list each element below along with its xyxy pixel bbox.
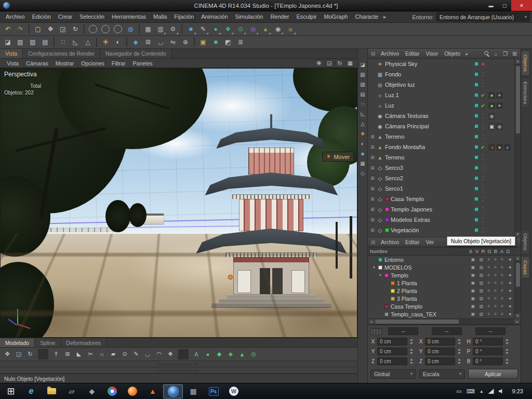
start-button[interactable]: ⊞ (1, 384, 21, 398)
viewport-menu-item[interactable]: Vista (3, 60, 22, 66)
object-name[interactable]: Serco1 (385, 185, 403, 192)
visibility-toggle[interactable]: ⁚ (480, 155, 486, 161)
object-row[interactable]: ⊞ ◇ Serco1 ⁚ (368, 183, 514, 194)
scroll-down-icon[interactable]: ▼ (515, 313, 521, 318)
layer-chip[interactable] (474, 83, 478, 87)
chrome-icon[interactable] (102, 384, 122, 398)
layer-name[interactable]: MODELOS (384, 264, 412, 271)
pan-view-icon[interactable]: ✥ (315, 60, 323, 67)
brush-icon[interactable]: ✎ (131, 349, 141, 360)
layer-chip[interactable] (474, 207, 478, 211)
mirror-icon[interactable]: ⇋ (167, 36, 179, 48)
photoshop-icon[interactable]: Ps (204, 384, 223, 398)
add-camera-icon[interactable]: ◉ (272, 23, 284, 35)
workplane-snap-icon[interactable]: ▦ (358, 159, 367, 167)
layer-toggles[interactable]: ▣ ▥ ≡ ≡ ≡ ◄ (471, 281, 514, 285)
menu-item[interactable]: Esculpir (292, 11, 320, 22)
stepper[interactable] (504, 357, 509, 365)
stepper[interactable] (457, 338, 461, 345)
axis-center-icon[interactable]: ⊕ (180, 36, 191, 48)
keyboard-icon[interactable]: ⌨ (467, 388, 475, 395)
object-manager-menu-item[interactable]: Objeto (441, 50, 463, 57)
object-row[interactable]: ⊞ ◇ Serco2 ⁚ (368, 173, 514, 183)
edges-mode-icon[interactable]: ◺ (70, 36, 81, 48)
redo-icon[interactable]: ↷ (15, 23, 26, 35)
scroll-up-icon[interactable]: ▲ (515, 256, 521, 261)
expand-toggle[interactable]: ⊞ (370, 228, 375, 233)
visibility-toggle[interactable]: ⁚ (480, 217, 486, 223)
content-browser-icon[interactable]: ▣ (197, 36, 209, 48)
object-row[interactable]: ⊞ ◇ Vegetación ⁚ (368, 225, 514, 235)
layer-name[interactable]: 1 Planta (397, 280, 417, 286)
object-name[interactable]: Terreno (385, 134, 404, 140)
magnet-tool-icon[interactable]: ◡ (142, 349, 153, 360)
layer-color-chip[interactable] (384, 304, 389, 309)
position-field[interactable]: 0 cm (377, 338, 407, 345)
layer-row[interactable]: Templo_casa_TEX ▣ ▥ ≡ ≡ ≡ ◄ (368, 310, 514, 318)
scroll-left-icon[interactable]: ◄ (368, 319, 374, 324)
ime-icon[interactable]: ▭ (456, 388, 461, 395)
visibility-toggle[interactable]: ⁚ (480, 207, 486, 212)
layer-chip[interactable] (474, 218, 478, 222)
coords-header-field[interactable]: -- (432, 327, 462, 335)
expand-toggle[interactable]: ⊞ (370, 165, 375, 170)
extrude-inner-icon[interactable]: ⊞ (62, 349, 73, 360)
rotation-field[interactable]: 0 ° (473, 338, 503, 345)
expand-toggle[interactable]: ⊞ (370, 155, 375, 160)
lock-x-axis-icon[interactable]: X (87, 23, 99, 35)
layer-row[interactable]: 3 Planta ▣ ▥ ≡ ≡ ≡ ◄ (368, 295, 514, 302)
show-hidden-icons-chevron[interactable]: ▲ (480, 389, 484, 394)
enable-axis-icon[interactable]: ✚ (100, 36, 111, 48)
object-tag[interactable]: ▣ (488, 123, 495, 130)
object-name[interactable]: Fondo (385, 71, 401, 77)
layer-row[interactable]: 1 Planta ▣ ▥ ≡ ≡ ≡ ◄ (368, 279, 514, 287)
stepper[interactable] (409, 357, 414, 365)
magnet-icon[interactable]: ◡ (155, 36, 166, 48)
viewport-menu-item[interactable]: Opciones (77, 60, 108, 66)
layer-toggles[interactable]: ▣ ▥ ≡ ≡ ≡ ◄ (471, 273, 514, 277)
layer-toggles[interactable]: ▣ ▥ ≡ ≡ ≡ ◄ (471, 304, 514, 309)
layer-color-chip[interactable] (385, 218, 389, 222)
layer-chip[interactable] (474, 197, 478, 201)
weld-icon[interactable]: ⊙ (119, 349, 130, 360)
menu-item[interactable]: Simulación (232, 11, 267, 22)
add-cube-icon[interactable]: ■ (185, 23, 196, 35)
expand-toggle[interactable]: ▾ (378, 273, 382, 277)
auto-snap-icon[interactable]: A (191, 349, 202, 360)
points-mode-icon[interactable]: ∷ (57, 36, 69, 48)
layer-chip[interactable] (474, 155, 478, 159)
add-subdivision-icon[interactable]: ● (210, 23, 221, 35)
layer-chip[interactable] (474, 228, 478, 232)
expand-toggle[interactable]: ⊞ (370, 217, 375, 222)
object-manager-menu-item[interactable]: Visor (422, 50, 441, 57)
snap-icon[interactable]: ◈ (358, 149, 367, 157)
visibility-toggle[interactable]: ⁚ (480, 176, 486, 181)
object-row[interactable]: ◉ Cámara Texturas ⁚ ◉ (368, 111, 514, 121)
close-button[interactable]: ✕ (511, 0, 532, 11)
layer-chip[interactable] (474, 62, 478, 66)
scroll-right-icon[interactable]: ► (514, 319, 520, 324)
object-row[interactable]: ⊞ ◇ Modelos Extras ⁚ (368, 215, 514, 225)
viewport-solo-icon[interactable]: ◐ (358, 139, 367, 148)
visibility-toggle[interactable]: ✔ (480, 92, 486, 98)
maximize-button[interactable]: ▢ (498, 0, 511, 11)
firefox-icon[interactable] (123, 384, 142, 398)
panel-tab[interactable]: Objetos (522, 50, 530, 76)
panel-grip-icon[interactable]: ▤ (370, 239, 376, 245)
layer-chip[interactable] (474, 103, 478, 108)
knife-icon[interactable]: ✂ (85, 349, 96, 360)
viewport-menu-item[interactable]: Cámaras (22, 60, 52, 66)
array-tool-icon[interactable]: ❖ (165, 349, 176, 360)
move-icon[interactable]: ✥ (45, 23, 56, 35)
menu-item[interactable]: Fijación (170, 11, 197, 22)
object-row[interactable]: ☼ Luz ✔ ● ✦ (368, 100, 514, 111)
close-polygon-icon[interactable]: ▰ (108, 349, 118, 360)
layer-color-chip[interactable] (384, 273, 389, 277)
layer-horizontal-scrollbar[interactable]: ◄ ► (368, 318, 521, 325)
scrollbar-thumb[interactable] (516, 66, 520, 134)
object-manager-menu-item[interactable]: Archivo (378, 50, 402, 57)
layer-chip[interactable] (474, 114, 478, 118)
object-tag[interactable]: ◑ (488, 144, 495, 151)
coord-mode-select[interactable]: Escala ▾ (419, 369, 465, 379)
make-editable-icon[interactable]: ◪ (358, 60, 367, 69)
